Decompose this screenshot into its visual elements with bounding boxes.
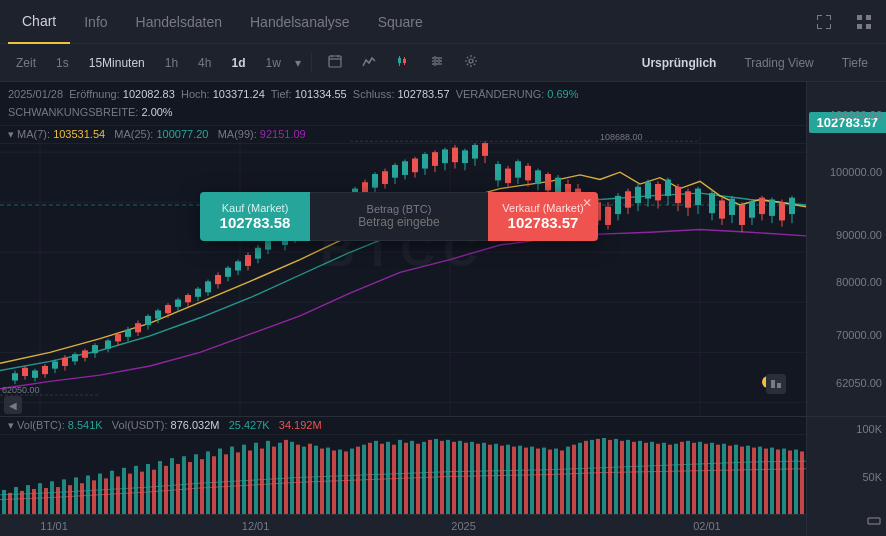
svg-rect-217 — [152, 470, 156, 514]
chart-settings-icon[interactable] — [766, 374, 786, 394]
svg-rect-281 — [536, 449, 540, 514]
svg-rect-270 — [470, 442, 474, 514]
svg-rect-287 — [572, 445, 576, 514]
axis-settings-icon[interactable] — [866, 513, 882, 532]
svg-rect-60 — [155, 310, 161, 318]
divider-1 — [311, 53, 312, 73]
svg-rect-277 — [512, 447, 516, 514]
tab-handelsdaten[interactable]: Handelsdaten — [122, 0, 236, 44]
nav-left-icon[interactable]: ◀ — [4, 396, 22, 414]
svg-rect-174 — [739, 205, 745, 225]
ohlc-date: 2025/01/28 — [8, 88, 63, 100]
svg-rect-191 — [777, 383, 781, 388]
svg-rect-238 — [278, 443, 282, 514]
svg-rect-222 — [182, 456, 186, 514]
open-label: Eröffnung: — [69, 88, 120, 100]
vol-usdt-label: Vol(USDT): — [112, 419, 168, 431]
expand-icon[interactable] — [810, 8, 838, 36]
view-depth[interactable]: Tiefe — [832, 52, 878, 74]
svg-rect-4 — [329, 56, 341, 67]
buy-label: Kauf (Market) — [214, 202, 296, 214]
settings-btn[interactable] — [422, 50, 452, 75]
linechart-btn[interactable] — [354, 50, 384, 75]
svg-rect-122 — [472, 145, 478, 159]
time-1h[interactable]: 1h — [157, 52, 186, 74]
svg-rect-170 — [719, 200, 725, 218]
change-value: 0.69% — [547, 88, 578, 100]
vol-usdt-value: 876.032M — [171, 419, 220, 431]
amount-input[interactable] — [324, 215, 474, 229]
time-1w[interactable]: 1w — [257, 52, 288, 74]
tab-info[interactable]: Info — [70, 0, 121, 44]
svg-rect-226 — [206, 451, 210, 514]
close-label: Schluss: — [353, 88, 395, 100]
trade-sell-panel[interactable]: ✕ Verkauf (Market) 102783.57 — [488, 192, 598, 241]
svg-rect-48 — [92, 345, 98, 353]
svg-rect-38 — [42, 366, 48, 374]
svg-rect-207 — [92, 480, 96, 514]
calendar-btn[interactable] — [320, 50, 350, 75]
svg-rect-253 — [368, 443, 372, 514]
svg-rect-297 — [632, 442, 636, 514]
svg-rect-193 — [8, 493, 12, 514]
svg-rect-298 — [638, 441, 642, 514]
svg-rect-284 — [554, 449, 558, 514]
svg-rect-231 — [236, 452, 240, 514]
svg-rect-255 — [380, 444, 384, 514]
svg-rect-210 — [110, 471, 114, 514]
svg-rect-194 — [14, 487, 18, 514]
svg-rect-108 — [402, 161, 408, 175]
svg-rect-154 — [635, 187, 641, 203]
svg-rect-274 — [494, 444, 498, 514]
low-value: 101334.55 — [295, 88, 347, 100]
svg-rect-166 — [695, 189, 701, 205]
tab-square[interactable]: Square — [364, 0, 437, 44]
time-4h[interactable]: 4h — [190, 52, 219, 74]
svg-rect-302 — [662, 443, 666, 514]
svg-rect-291 — [596, 439, 600, 514]
trade-buy-panel[interactable]: Kauf (Market) 102783.58 — [200, 192, 310, 241]
svg-rect-220 — [170, 458, 174, 514]
upper-chart: 2025/01/28 Eröffnung: 102082.83 Hoch: 10… — [0, 82, 886, 416]
svg-rect-162 — [675, 187, 681, 203]
svg-rect-221 — [176, 464, 180, 514]
grid-icon[interactable] — [850, 8, 878, 36]
svg-rect-283 — [548, 450, 552, 514]
price-70000: 70000.00 — [836, 329, 882, 341]
svg-rect-317 — [752, 448, 756, 514]
svg-rect-320 — [770, 448, 774, 514]
svg-rect-118 — [452, 148, 458, 163]
tab-handelsanalyse[interactable]: Handelsanalyse — [236, 0, 364, 44]
vol-v4: 34.192M — [279, 419, 322, 431]
time-1d[interactable]: 1d — [223, 52, 253, 74]
gear-btn[interactable] — [456, 50, 486, 75]
candle-btn[interactable] — [388, 50, 418, 75]
view-original[interactable]: Ursprünglich — [632, 52, 727, 74]
volume-chart-area: ▾ Vol(BTC): 8.541K Vol(USDT): 876.032M 2… — [0, 417, 806, 536]
svg-rect-293 — [608, 440, 612, 514]
svg-rect-296 — [626, 440, 630, 514]
view-tradingview[interactable]: Trading View — [734, 52, 823, 74]
time-dropdown-icon[interactable]: ▾ — [293, 56, 303, 70]
svg-rect-246 — [326, 448, 330, 514]
svg-rect-237 — [272, 447, 276, 514]
svg-rect-209 — [104, 478, 108, 514]
svg-point-19 — [434, 63, 437, 66]
svg-rect-44 — [72, 354, 78, 361]
svg-rect-192 — [2, 490, 6, 514]
svg-rect-64 — [175, 300, 181, 307]
time-15min[interactable]: 15Minuten — [81, 52, 153, 74]
popup-close-button[interactable]: ✕ — [582, 196, 592, 210]
svg-rect-305 — [680, 442, 684, 514]
high-value: 103371.24 — [213, 88, 265, 100]
svg-rect-260 — [410, 441, 414, 514]
tab-chart[interactable]: Chart — [8, 0, 70, 44]
svg-rect-40 — [52, 361, 58, 368]
candlestick-area: 2025/01/28 Eröffnung: 102082.83 Hoch: 10… — [0, 82, 806, 416]
time-1s[interactable]: 1s — [48, 52, 77, 74]
vol-v3: 25.427K — [229, 419, 270, 431]
svg-rect-230 — [230, 447, 234, 514]
svg-rect-318 — [758, 447, 762, 514]
svg-rect-32 — [12, 373, 18, 380]
svg-rect-46 — [82, 351, 88, 358]
